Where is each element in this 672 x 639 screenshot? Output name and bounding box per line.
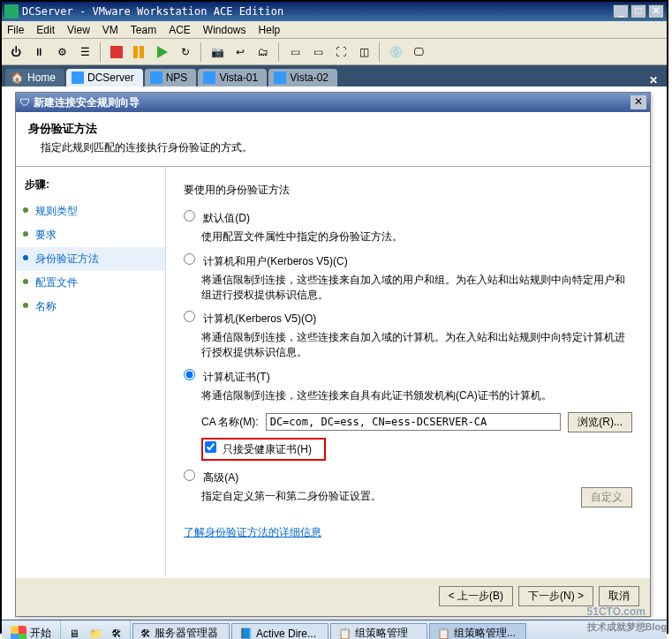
radio-compuser[interactable]: 计算机和用户(Kerberos V5)(C) bbox=[184, 255, 348, 267]
radio-default[interactable]: 默认值(D) bbox=[184, 212, 250, 224]
tab-vista01[interactable]: Vista-01 bbox=[198, 69, 267, 86]
wizard-close-button[interactable]: ✕ bbox=[630, 95, 646, 109]
menu-file[interactable]: File bbox=[7, 24, 24, 36]
desc-compuser: 将通信限制到连接，这些连接来自加入域的用户和组。为在入站和出站规则中向特定用户和… bbox=[201, 273, 632, 303]
wizard-header-title: 身份验证方法 bbox=[28, 121, 638, 137]
task-servermanager[interactable]: 🛠 服务器管理器 bbox=[132, 623, 230, 640]
menu-view[interactable]: View bbox=[67, 24, 90, 36]
task-gpm1[interactable]: 📋 组策略管理 bbox=[330, 623, 427, 640]
ca-label: CA 名称(M): bbox=[201, 415, 259, 430]
radio-cert[interactable]: 计算机证书(T) bbox=[184, 371, 270, 383]
quick-launch: 🖥 📁 🛠 bbox=[61, 620, 131, 639]
windows-logo-icon bbox=[11, 626, 26, 640]
tool-settings[interactable]: ⚙ bbox=[51, 41, 72, 63]
ca-input[interactable] bbox=[266, 413, 562, 431]
vmware-title-text: DCServer - VMware Workstation ACE Editio… bbox=[22, 5, 613, 18]
vm-tabs: 🏠 Home DCServer NPS Vista-01 Vista-02 ✕ bbox=[2, 65, 667, 86]
cancel-button[interactable]: 取消 bbox=[599, 586, 639, 606]
wizard-title-text: 新建连接安全规则向导 bbox=[34, 95, 627, 110]
vcr-stop[interactable] bbox=[106, 41, 127, 63]
step-name[interactable]: 名称 bbox=[16, 295, 165, 319]
vcr-restart[interactable]: ↻ bbox=[175, 41, 196, 63]
close-button[interactable]: ✕ bbox=[648, 4, 664, 19]
step-profile[interactable]: 配置文件 bbox=[16, 271, 165, 295]
radio-advanced[interactable]: 高级(A) bbox=[184, 471, 238, 484]
desc-default: 使用配置文件属性中指定的身份验证方法。 bbox=[201, 229, 632, 244]
step-ruletype[interactable]: 规则类型 bbox=[16, 199, 165, 223]
wizard-header: 身份验证方法 指定此规则匹配的连接执行身份验证的方式。 bbox=[16, 112, 650, 167]
menubar: File Edit View VM Team ACE Windows Help bbox=[2, 21, 667, 39]
vmware-titlebar: DCServer - VMware Workstation ACE Editio… bbox=[2, 2, 667, 21]
wizard-content: 要使用的身份验证方法 默认值(D) 使用配置文件属性中指定的身份验证方法。 计算… bbox=[166, 167, 650, 577]
tool-unity[interactable]: ◫ bbox=[353, 41, 374, 63]
wizard-titlebar: 🛡 新建连接安全规则向导 ✕ bbox=[16, 93, 650, 112]
vmware-icon bbox=[4, 4, 19, 19]
minimize-button[interactable]: _ bbox=[613, 4, 629, 19]
steps-title: 步骤: bbox=[16, 177, 165, 199]
shield-icon: 🛡 bbox=[19, 96, 30, 109]
tool-sidebar[interactable]: ☰ bbox=[74, 41, 95, 63]
learnmore-link[interactable]: 了解身份验证方法的详细信息 bbox=[184, 525, 321, 540]
step-authmethod[interactable]: 身份验证方法 bbox=[16, 247, 165, 271]
tool-revert[interactable]: ↩ bbox=[230, 41, 251, 63]
tabs-close-icon[interactable]: ✕ bbox=[644, 74, 663, 86]
menu-vm[interactable]: VM bbox=[102, 24, 118, 36]
tab-dcserver[interactable]: DCServer bbox=[66, 69, 143, 86]
taskbar: 开始 🖥 📁 🛠 🛠 服务器管理器 📘 Active Dire... 📋 组策略… bbox=[2, 620, 667, 639]
menu-team[interactable]: Team bbox=[131, 24, 156, 36]
next-button[interactable]: 下一步(N) > bbox=[518, 586, 593, 606]
healthcert-highlight: 只接受健康证书(H) bbox=[201, 438, 326, 461]
back-button[interactable]: < 上一步(B) bbox=[439, 586, 513, 606]
task-activedir[interactable]: 📘 Active Dire... bbox=[231, 623, 328, 640]
tab-vista02[interactable]: Vista-02 bbox=[268, 69, 337, 86]
step-requirements[interactable]: 要求 bbox=[16, 223, 165, 247]
customize-button: 自定义 bbox=[581, 487, 632, 507]
tool-snapshot-mgr[interactable]: 🗂 bbox=[253, 41, 274, 63]
vcr-pause[interactable] bbox=[129, 41, 150, 63]
ql-showdesktop-icon[interactable]: 🖥 bbox=[64, 624, 84, 640]
menu-help[interactable]: Help bbox=[259, 24, 281, 36]
tool-fullscreen[interactable]: ⛶ bbox=[330, 41, 351, 63]
tab-home[interactable]: 🏠 Home bbox=[5, 69, 64, 86]
vcr-play[interactable] bbox=[152, 41, 173, 63]
toolbar: ⏻ ⏸ ⚙ ☰ ↻ 📷 ↩ 🗂 ▭ ▭ ⛶ ◫ 💿 🖵 bbox=[2, 39, 667, 65]
desc-advanced: 指定自定义第一和第二身份验证设置。 自定义 bbox=[201, 489, 632, 504]
content-lead: 要使用的身份验证方法 bbox=[184, 183, 632, 198]
wizard-steps: 步骤: 规则类型 要求 身份验证方法 配置文件 名称 bbox=[16, 167, 166, 577]
tool-view1[interactable]: ▭ bbox=[284, 41, 306, 63]
desc-comp: 将通信限制到连接，这些连接来自加入域的计算机。为在入站和出站规则中向特定计算机进… bbox=[201, 330, 632, 360]
ql-explorer-icon[interactable]: 📁 bbox=[86, 624, 105, 640]
menu-ace[interactable]: ACE bbox=[169, 24, 191, 36]
tab-nps[interactable]: NPS bbox=[145, 69, 197, 86]
wizard-window: 🛡 新建连接安全规则向导 ✕ 身份验证方法 指定此规则匹配的连接执行身份验证的方… bbox=[15, 92, 651, 617]
tool-capture[interactable]: 🖵 bbox=[408, 41, 429, 63]
tool-view2[interactable]: ▭ bbox=[307, 41, 328, 63]
task-gpm2[interactable]: 📋 组策略管理... bbox=[429, 623, 526, 640]
maximize-button[interactable]: □ bbox=[630, 4, 646, 19]
guest-desktop: ↖ 🛡 新建连接安全规则向导 ✕ 身份验证方法 指定此规则匹配的连接执行身份验证… bbox=[2, 86, 667, 620]
browse-button[interactable]: 浏览(R)... bbox=[568, 412, 632, 432]
wizard-footer: < 上一步(B) 下一步(N) > 取消 bbox=[16, 577, 650, 614]
menu-edit[interactable]: Edit bbox=[36, 24, 55, 36]
start-button[interactable]: 开始 bbox=[2, 620, 61, 639]
wizard-header-desc: 指定此规则匹配的连接执行身份验证的方式。 bbox=[41, 140, 638, 155]
tool-cd[interactable]: 💿 bbox=[385, 41, 406, 63]
tool-suspend[interactable]: ⏸ bbox=[28, 41, 49, 63]
menu-windows[interactable]: Windows bbox=[203, 24, 246, 36]
desc-cert: 将通信限制到连接，这些连接来自具有此证书颁发机构(CA)证书的计算机。 bbox=[201, 388, 632, 403]
checkbox-healthcert[interactable]: 只接受健康证书(H) bbox=[205, 443, 312, 455]
tool-poweroff[interactable]: ⏻ bbox=[5, 41, 26, 63]
ql-servermanager-icon[interactable]: 🛠 bbox=[107, 624, 126, 640]
radio-comp[interactable]: 计算机(Kerberos V5)(O) bbox=[184, 312, 316, 325]
tool-snapshot[interactable]: 📷 bbox=[207, 41, 228, 63]
